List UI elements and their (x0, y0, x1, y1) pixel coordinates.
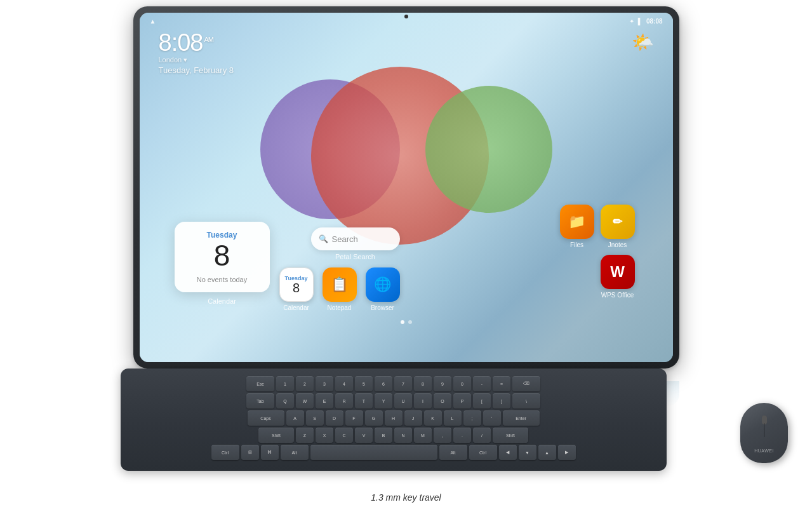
app-icon-jnotes[interactable]: ✏ (601, 205, 635, 239)
search-sub-label: Petal Search (335, 253, 375, 260)
caption: 1.3 mm key travel (371, 492, 441, 503)
app-wps-wrapper[interactable]: W WPS Office (601, 255, 635, 299)
key-minus[interactable]: - (473, 376, 491, 391)
key-esc[interactable]: Esc (246, 376, 274, 391)
key-ctrl-right[interactable]: Ctrl (469, 445, 497, 460)
key-p[interactable]: P (453, 393, 471, 409)
tablet-device: ▲ ✦ ▌ 08:08 8:08AM London ▾ (133, 6, 679, 369)
app-calendar-wrapper[interactable]: Tuesday 8 Calendar (279, 267, 314, 311)
key-3[interactable]: 3 (316, 376, 333, 391)
key-arrow-up[interactable]: ▲ (538, 445, 556, 460)
key-u[interactable]: U (394, 393, 412, 409)
mouse[interactable]: HUAWEI (740, 403, 788, 463)
search-widget[interactable]: 🔍 Search Petal Search (311, 227, 400, 260)
key-quote[interactable]: ' (483, 410, 501, 426)
key-o[interactable]: O (434, 393, 451, 409)
key-0[interactable]: 0 (453, 376, 471, 391)
key-h[interactable]: H (385, 410, 403, 426)
key-period[interactable]: . (453, 428, 471, 443)
clock-widget: 8:08AM London ▾ Tuesday, February 8 (159, 30, 234, 75)
status-left: ▲ (150, 18, 156, 25)
key-1[interactable]: 1 (276, 376, 294, 391)
app-browser-wrapper[interactable]: 🌐 Browser (366, 267, 400, 311)
key-arrow-down[interactable]: ▼ (519, 445, 536, 460)
key-arrow-left[interactable]: ◀ (499, 445, 517, 460)
key-comma[interactable]: , (434, 428, 451, 443)
key-enter[interactable]: Enter (503, 410, 540, 426)
app-notepad-wrapper[interactable]: 📋 Notepad (323, 267, 357, 311)
key-w[interactable]: W (296, 393, 314, 409)
key-shift-left[interactable]: Shift (258, 428, 294, 443)
key-l[interactable]: L (444, 410, 462, 426)
key-s[interactable]: S (306, 410, 324, 426)
key-z[interactable]: Z (296, 428, 314, 443)
mini-num: 8 (293, 281, 300, 294)
key-v[interactable]: V (355, 428, 373, 443)
bluetooth-icon: ✦ (629, 18, 634, 25)
search-box[interactable]: 🔍 Search (311, 227, 400, 250)
key-g[interactable]: G (365, 410, 383, 426)
key-b[interactable]: B (375, 428, 392, 443)
key-y[interactable]: Y (375, 393, 392, 409)
key-m[interactable]: M (414, 428, 432, 443)
scene: ▲ ✦ ▌ 08:08 8:08AM London ▾ (0, 0, 812, 514)
key-slash[interactable]: / (473, 428, 491, 443)
app-label-notepad: Notepad (328, 304, 352, 311)
search-label: Search (332, 234, 358, 244)
keyboard[interactable]: Esc 1 2 3 4 5 6 7 8 9 0 - = ⌫ Tab Q W E (121, 369, 667, 471)
mouse-body: HUAWEI (740, 403, 788, 463)
key-7[interactable]: 7 (394, 376, 412, 391)
key-d[interactable]: D (326, 410, 343, 426)
app-files-wrapper[interactable]: 📁 Files (560, 205, 594, 248)
clock-date: Tuesday, February 8 (159, 65, 234, 75)
key-alt-left[interactable]: Alt (281, 445, 309, 460)
key-caps[interactable]: Caps (248, 410, 284, 426)
key-rbracket[interactable]: ] (493, 393, 510, 409)
key-t[interactable]: T (355, 393, 373, 409)
calendar-day-number: 8 (185, 240, 260, 272)
key-9[interactable]: 9 (434, 376, 451, 391)
key-4[interactable]: 4 (335, 376, 353, 391)
key-alt-right[interactable]: Alt (439, 445, 467, 460)
key-x[interactable]: X (316, 428, 333, 443)
calendar-no-events: No events today (185, 276, 260, 283)
keyboard-row-3: Caps A S D F G H J K L ; ' Enter (130, 410, 658, 426)
key-equals[interactable]: = (493, 376, 510, 391)
key-lbracket[interactable]: [ (473, 393, 491, 409)
key-a[interactable]: A (286, 410, 304, 426)
key-k[interactable]: K (424, 410, 442, 426)
key-tab[interactable]: Tab (246, 393, 274, 409)
key-backslash[interactable]: \ (512, 393, 540, 409)
key-n[interactable]: N (394, 428, 412, 443)
key-r[interactable]: R (335, 393, 353, 409)
app-icon-calendar-small[interactable]: Tuesday 8 (279, 267, 314, 302)
key-5[interactable]: 5 (355, 376, 373, 391)
app-icon-wps[interactable]: W (601, 255, 635, 289)
key-semicolon[interactable]: ; (463, 410, 481, 426)
keyboard-row-1: Esc 1 2 3 4 5 6 7 8 9 0 - = ⌫ (130, 376, 658, 391)
key-backspace[interactable]: ⌫ (512, 376, 540, 391)
key-2[interactable]: 2 (296, 376, 314, 391)
key-shift-right[interactable]: Shift (493, 428, 528, 443)
tablet-screen: ▲ ✦ ▌ 08:08 8:08AM London ▾ (140, 13, 673, 362)
key-q[interactable]: Q (276, 393, 294, 409)
app-icons-row: Tuesday 8 Calendar 📋 Notepad 🌐 (279, 267, 400, 311)
key-space[interactable] (310, 445, 437, 460)
key-cmd[interactable]: ⌘ (261, 445, 279, 460)
key-ctrl-left[interactable]: Ctrl (211, 445, 239, 460)
key-j[interactable]: J (404, 410, 422, 426)
app-jnotes-wrapper[interactable]: ✏ Jnotes (601, 205, 635, 248)
calendar-widget[interactable]: Tuesday 8 No events today Calendar (175, 222, 270, 292)
app-icon-files[interactable]: 📁 (560, 205, 594, 239)
key-6[interactable]: 6 (375, 376, 392, 391)
key-e[interactable]: E (316, 393, 333, 409)
app-icon-notepad[interactable]: 📋 (323, 267, 357, 302)
app-icon-browser[interactable]: 🌐 (366, 267, 400, 302)
weather-icon: 🌤️ (632, 32, 654, 53)
key-f[interactable]: F (345, 410, 363, 426)
key-8[interactable]: 8 (414, 376, 432, 391)
key-super[interactable]: ⊞ (241, 445, 259, 460)
key-c[interactable]: C (335, 428, 353, 443)
key-arrow-right[interactable]: ▶ (558, 445, 576, 460)
key-i[interactable]: I (414, 393, 432, 409)
